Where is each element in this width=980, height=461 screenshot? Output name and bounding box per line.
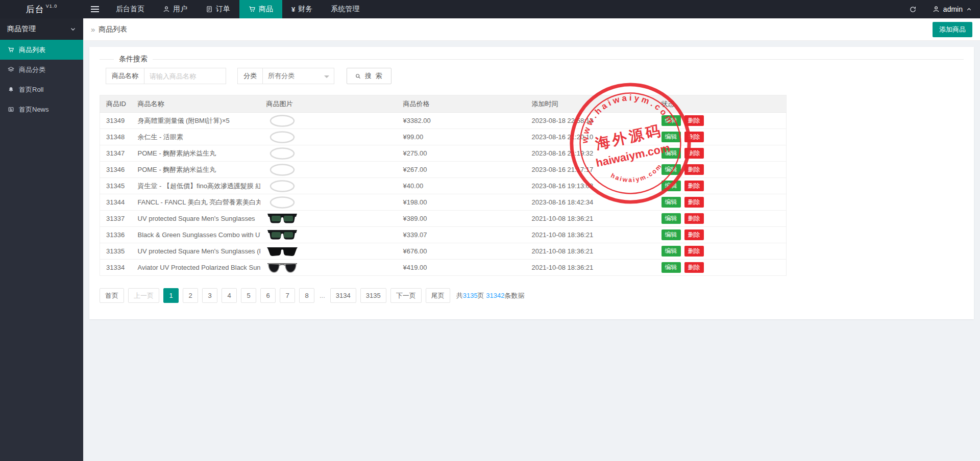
edit-button[interactable]: 编辑 [662, 213, 681, 224]
sidebar-item-home-news[interactable]: 首页News [0, 99, 83, 119]
delete-button[interactable]: 删除 [684, 229, 704, 240]
cell-added-time: 2023-08-16 21:19:32 [526, 145, 655, 162]
search-fieldset: 条件搜索 [100, 59, 964, 60]
top-menu-users[interactable]: 用户 [154, 0, 197, 18]
table-row: 31336 Black & Green Sunglasses Combo wit… [100, 227, 787, 243]
edit-button[interactable]: 编辑 [662, 181, 681, 191]
delete-button[interactable]: 删除 [684, 213, 704, 224]
cell-product-image [260, 178, 397, 194]
page-button-3135[interactable]: 3135 [360, 288, 386, 303]
cell-product-image [260, 113, 397, 129]
delete-button[interactable]: 删除 [684, 132, 704, 142]
cell-product-id: 31347 [100, 145, 132, 162]
sidebar: 商品管理 商品列表 商品分类 首页Roll 首页News [0, 18, 83, 461]
order-icon [206, 6, 213, 13]
search-icon [355, 73, 361, 80]
search-button[interactable]: 搜 索 [347, 68, 391, 84]
delete-button[interactable]: 删除 [684, 262, 704, 273]
page-button-1[interactable]: 1 [163, 288, 179, 303]
cell-product-price: ¥3382.00 [397, 113, 526, 129]
pagination-summary: 共3135页 31342条数据 [456, 291, 525, 300]
user-icon [163, 6, 170, 13]
edit-button[interactable]: 编辑 [662, 197, 681, 208]
user-dropdown[interactable]: admin [924, 5, 980, 13]
cell-product-price: ¥339.07 [397, 227, 526, 243]
edit-button[interactable]: 编辑 [662, 262, 681, 273]
cell-actions: 编辑删除 [655, 260, 787, 276]
delete-button[interactable]: 删除 [684, 148, 704, 159]
top-menu: 后台首页 用户 订单 商品 ¥ 财务 系统管理 [107, 0, 369, 18]
top-menu-home[interactable]: 后台首页 [107, 0, 154, 18]
product-image [266, 131, 298, 144]
delete-button[interactable]: 删除 [684, 164, 704, 175]
breadcrumb-current: 商品列表 [99, 25, 127, 34]
cell-actions: 编辑删除 [655, 243, 787, 260]
username: admin [943, 5, 963, 13]
sidebar-item-product-category[interactable]: 商品分类 [0, 60, 83, 80]
page-button-3134[interactable]: 3134 [330, 288, 356, 303]
edit-button[interactable]: 编辑 [662, 229, 681, 240]
cell-product-price: ¥275.00 [397, 145, 526, 162]
delete-button[interactable]: 删除 [684, 246, 704, 257]
cell-product-id: 31344 [100, 194, 132, 211]
edit-button[interactable]: 编辑 [662, 246, 681, 257]
delete-button[interactable]: 删除 [684, 115, 704, 126]
user-avatar-icon [933, 6, 940, 13]
table-header-row: 商品ID商品名称商品图片商品价格添加时间状态 [100, 95, 787, 113]
table-row: 31346 POME - 麴酵素納米益生丸 ¥267.00 2023-08-16… [100, 162, 787, 178]
page-button-7[interactable]: 7 [280, 288, 295, 303]
page-button-8[interactable]: 8 [299, 288, 314, 303]
breadcrumb: » 商品列表 [83, 18, 980, 41]
sidebar-item-home-roll[interactable]: 首页Roll [0, 80, 83, 99]
refresh-icon[interactable] [902, 0, 924, 18]
pagination-prev-button[interactable]: 上一页 [128, 288, 159, 303]
content-card: 条件搜索 商品名称 分类 所有分类 搜 索 商品ID商品名称商品 [89, 47, 974, 319]
cell-product-name: Black & Green Sunglasses Combo with UV P… [132, 227, 260, 243]
cell-product-name: 身高體重測量儀 (附BMI計算)×5 [132, 113, 260, 129]
cell-actions: 编辑删除 [655, 162, 787, 178]
edit-button[interactable]: 编辑 [662, 164, 681, 175]
sidebar-group-product-management[interactable]: 商品管理 [0, 18, 83, 40]
cell-product-id: 31336 [100, 227, 132, 243]
sidebar-item-product-list[interactable]: 商品列表 [0, 40, 83, 60]
top-menu-orders[interactable]: 订单 [197, 0, 239, 18]
cell-product-id: 31348 [100, 129, 132, 145]
add-product-button[interactable]: 添加商品 [933, 22, 972, 37]
hamburger-menu-icon[interactable] [83, 0, 107, 18]
product-image [266, 246, 298, 257]
product-image [266, 114, 298, 127]
pagination-last-button[interactable]: 尾页 [426, 288, 450, 303]
delete-button[interactable]: 删除 [684, 181, 704, 191]
column-header: 商品价格 [397, 95, 526, 113]
cell-added-time: 2023-08-16 21:20:10 [526, 129, 655, 145]
edit-button[interactable]: 编辑 [662, 132, 681, 142]
total-pages: 3135 [463, 292, 478, 299]
page-button-4[interactable]: 4 [222, 288, 237, 303]
topbar-right: admin [902, 0, 980, 18]
cart-icon [8, 46, 14, 53]
top-menu-finance[interactable]: ¥ 财务 [282, 0, 322, 18]
category-selected-value: 所有分类 [268, 71, 295, 81]
pagination-next-button[interactable]: 下一页 [390, 288, 422, 303]
top-menu-system[interactable]: 系统管理 [322, 0, 369, 18]
edit-button[interactable]: 编辑 [662, 115, 681, 126]
pagination-first-button[interactable]: 首页 [100, 288, 124, 303]
top-menu-products[interactable]: 商品 [239, 0, 282, 18]
cell-added-time: 2021-10-08 18:36:21 [526, 211, 655, 227]
cell-added-time: 2023-08-16 19:13:02 [526, 178, 655, 194]
pagination-ellipsis: ... [318, 292, 326, 299]
cell-added-time: 2023-08-18 22:58:13 [526, 113, 655, 129]
page-button-6[interactable]: 6 [260, 288, 276, 303]
delete-button[interactable]: 删除 [684, 197, 704, 208]
cell-added-time: 2023-08-16 18:42:34 [526, 194, 655, 211]
category-select[interactable]: 所有分类 [263, 68, 334, 84]
page-button-2[interactable]: 2 [183, 288, 198, 303]
yen-icon: ¥ [291, 6, 295, 13]
cell-actions: 编辑删除 [655, 227, 787, 243]
table-row: 31337 UV protected Square Men's Sunglass… [100, 211, 787, 227]
product-image [266, 180, 298, 193]
page-button-3[interactable]: 3 [202, 288, 217, 303]
page-button-5[interactable]: 5 [241, 288, 256, 303]
edit-button[interactable]: 编辑 [662, 148, 681, 159]
product-name-input[interactable] [144, 68, 226, 84]
